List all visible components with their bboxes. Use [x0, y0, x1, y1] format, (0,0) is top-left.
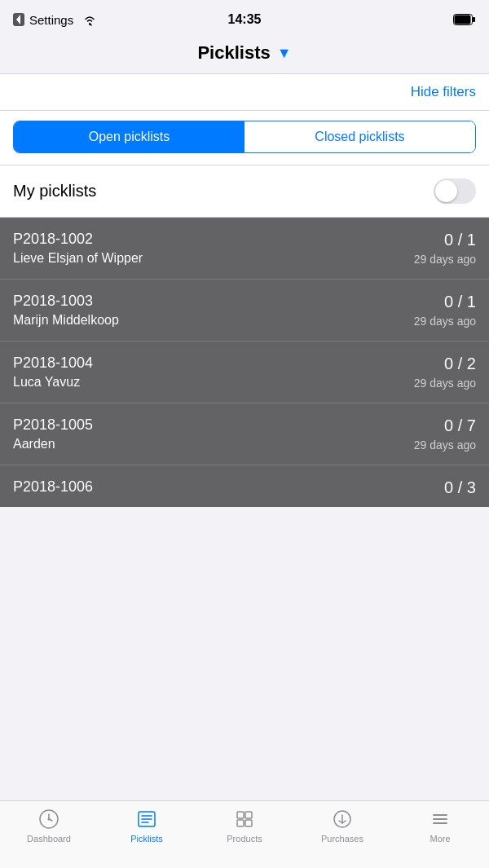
picklist-item-left: P2018-1004 Luca Yavuz — [13, 355, 93, 390]
wifi-icon — [82, 14, 98, 26]
my-picklists-row: My picklists — [0, 165, 489, 218]
picklist-id: P2018-1006 — [13, 478, 93, 496]
picklist-item[interactable]: P2018-1006 0 / 3 — [0, 465, 489, 507]
chevron-down-icon: ▼ — [277, 45, 292, 62]
svg-point-2 — [89, 24, 90, 25]
tab-dashboard-label: Dashboard — [27, 834, 71, 844]
purchases-icon — [331, 808, 354, 831]
picklist-item[interactable]: P2018-1005 Aarden 0 / 7 29 days ago — [0, 403, 489, 465]
picklist-time: 29 days ago — [414, 315, 476, 328]
picklist-count: 0 / 3 — [444, 478, 476, 497]
picklist-item[interactable]: P2018-1002 Lieve Elsjan of Wipper 0 / 1 … — [0, 218, 489, 280]
svg-point-7 — [48, 818, 51, 821]
picklist-time: 29 days ago — [414, 438, 476, 452]
picklist-item[interactable]: P2018-1004 Luca Yavuz 0 / 2 29 days ago — [0, 341, 489, 403]
nav-title-text: Picklists — [197, 42, 270, 64]
picklist-count: 0 / 1 — [444, 231, 476, 249]
closed-picklists-button[interactable]: Closed picklists — [244, 121, 475, 152]
status-time: 14:35 — [228, 12, 262, 27]
picklist-id: P2018-1005 — [13, 416, 93, 434]
picklist-item-right: 0 / 1 29 days ago — [414, 231, 476, 266]
toggle-knob — [435, 180, 457, 202]
tab-picklists[interactable]: Picklists — [98, 808, 196, 847]
picklist-item[interactable]: P2018-1003 Marijn Middelkoop 0 / 1 29 da… — [0, 280, 489, 341]
tab-purchases[interactable]: Purchases — [293, 808, 391, 847]
products-icon — [233, 808, 256, 831]
svg-rect-14 — [237, 820, 244, 826]
svg-rect-13 — [245, 812, 252, 818]
tab-more[interactable]: More — [391, 808, 489, 847]
picklist-count: 0 / 2 — [444, 355, 476, 373]
tab-purchases-label: Purchases — [321, 834, 363, 844]
settings-label: Settings — [29, 13, 73, 27]
my-picklists-toggle[interactable] — [434, 178, 476, 204]
status-bar: Settings 14:35 — [0, 0, 489, 36]
picklist-time: 29 days ago — [414, 377, 476, 390]
svg-rect-4 — [473, 17, 475, 22]
picklist-name: Marijn Middelkoop — [13, 313, 119, 328]
picklist-item-right: 0 / 7 29 days ago — [414, 416, 476, 452]
nav-title[interactable]: Picklists ▼ — [197, 42, 291, 64]
picklist-item-right: 0 / 3 — [444, 478, 476, 497]
picklist-name: Luca Yavuz — [13, 375, 93, 390]
more-icon — [429, 808, 452, 831]
open-picklists-button[interactable]: Open picklists — [14, 121, 244, 152]
tab-products[interactable]: Products — [196, 808, 293, 847]
picklist-name: Aarden — [13, 437, 93, 452]
picklist-item-left: P2018-1005 Aarden — [13, 416, 93, 452]
picklist-time: 29 days ago — [414, 253, 476, 266]
picklist-item-right: 0 / 1 29 days ago — [414, 293, 476, 328]
svg-rect-12 — [237, 812, 244, 818]
picklist-count: 0 / 7 — [444, 416, 476, 435]
picklist-item-right: 0 / 2 29 days ago — [414, 355, 476, 390]
tab-picklists-label: Picklists — [130, 834, 163, 844]
picklist-item-left: P2018-1002 Lieve Elsjan of Wipper — [13, 231, 143, 266]
segment-container: Open picklists Closed picklists — [0, 111, 489, 165]
segment-control: Open picklists Closed picklists — [13, 121, 476, 153]
dashboard-icon — [37, 808, 60, 831]
picklists-icon — [135, 808, 158, 831]
tab-bar: Dashboard Picklists Products — [0, 800, 489, 868]
nav-bar: Picklists ▼ — [0, 36, 489, 74]
picklist-item-left: P2018-1006 — [13, 478, 93, 496]
hide-filters-button[interactable]: Hide filters — [411, 84, 476, 100]
svg-rect-15 — [245, 820, 252, 826]
picklist-id: P2018-1003 — [13, 293, 119, 310]
picklist-count: 0 / 1 — [444, 293, 476, 311]
tab-dashboard[interactable]: Dashboard — [0, 808, 98, 847]
picklist-name: Lieve Elsjan of Wipper — [13, 251, 143, 266]
tab-products-label: Products — [227, 834, 262, 844]
picklist-list: P2018-1002 Lieve Elsjan of Wipper 0 / 1 … — [0, 218, 489, 507]
picklist-id: P2018-1002 — [13, 231, 143, 248]
battery-icon — [453, 14, 476, 25]
tab-more-label: More — [430, 834, 450, 844]
status-left: Settings — [13, 13, 98, 27]
my-picklists-label: My picklists — [13, 182, 96, 200]
svg-rect-5 — [455, 15, 471, 24]
picklist-id: P2018-1004 — [13, 355, 93, 372]
back-arrow-icon — [13, 13, 24, 26]
filter-bar: Hide filters — [0, 74, 489, 111]
picklist-item-left: P2018-1003 Marijn Middelkoop — [13, 293, 119, 328]
status-right — [453, 14, 476, 25]
